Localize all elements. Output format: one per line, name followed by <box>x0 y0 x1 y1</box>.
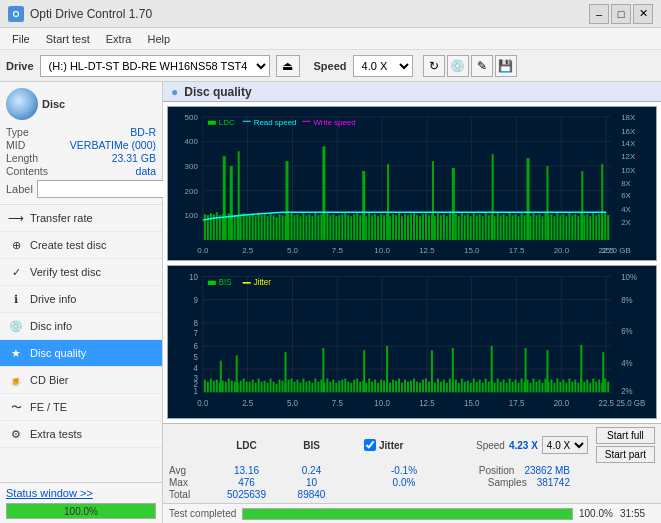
cd-bier-icon: 🍺 <box>8 372 24 388</box>
jitter-checkbox[interactable] <box>364 439 376 451</box>
svg-text:5: 5 <box>193 352 198 361</box>
nav-transfer-rate[interactable]: ⟶ Transfer rate <box>0 205 162 232</box>
disc-icon[interactable]: 💿 <box>447 55 469 77</box>
svg-rect-103 <box>371 215 373 240</box>
eject-button[interactable]: ⏏ <box>276 55 300 77</box>
svg-rect-101 <box>365 216 367 240</box>
drive-select[interactable]: (H:) HL-DT-ST BD-RE WH16NS58 TST4 <box>40 55 270 77</box>
contents-label: Contents <box>6 165 48 177</box>
svg-rect-297 <box>392 379 394 392</box>
disc-quality-icon: ★ <box>8 345 24 361</box>
svg-rect-272 <box>320 379 322 392</box>
label-row: Label ✎ <box>6 180 156 198</box>
speed-stat-select[interactable]: 4.0 X <box>542 436 588 454</box>
svg-text:4: 4 <box>193 363 198 372</box>
svg-text:2.5: 2.5 <box>242 246 254 255</box>
svg-rect-97 <box>353 214 355 240</box>
svg-rect-286 <box>359 381 361 392</box>
max-ldc: 476 <box>214 477 279 488</box>
max-label: Max <box>169 477 214 488</box>
svg-rect-369 <box>586 379 588 392</box>
svg-rect-183 <box>589 216 591 240</box>
nav-fe-te[interactable]: 〜 FE / TE <box>0 394 162 421</box>
save-icon[interactable]: 💾 <box>495 55 517 77</box>
maximize-button[interactable]: □ <box>611 4 631 24</box>
start-full-button[interactable]: Start full <box>596 427 655 444</box>
svg-text:10.0: 10.0 <box>374 398 390 407</box>
nav-cd-bier[interactable]: 🍺 CD Bier <box>0 367 162 394</box>
label-label: Label <box>6 183 33 195</box>
svg-rect-348 <box>530 382 532 391</box>
svg-rect-315 <box>431 350 433 392</box>
position-value: 23862 MB <box>524 465 570 476</box>
svg-rect-306 <box>413 378 415 392</box>
svg-rect-371 <box>592 378 594 392</box>
refresh-icon[interactable]: ↻ <box>423 55 445 77</box>
svg-rect-65 <box>264 214 266 240</box>
svg-rect-358 <box>556 378 558 392</box>
nav-extra-tests[interactable]: ⚙ Extra tests <box>0 421 162 448</box>
close-button[interactable]: ✕ <box>633 4 653 24</box>
svg-text:Jitter: Jitter <box>254 277 272 286</box>
nav-drive-info[interactable]: ℹ Drive info <box>0 286 162 313</box>
svg-rect-141 <box>473 213 475 240</box>
length-label: Length <box>6 152 48 164</box>
nav-disc-info[interactable]: 💿 Disc info <box>0 313 162 340</box>
svg-rect-230 <box>204 379 206 392</box>
panel-title: Disc quality <box>184 85 251 99</box>
label-input[interactable] <box>37 180 170 198</box>
svg-text:2X: 2X <box>621 218 631 227</box>
svg-rect-250 <box>258 378 260 392</box>
svg-rect-284 <box>353 379 355 392</box>
svg-rect-299 <box>386 345 388 391</box>
svg-rect-42 <box>204 214 206 240</box>
svg-rect-266 <box>302 378 304 392</box>
write-icon[interactable]: ✎ <box>471 55 493 77</box>
svg-text:8%: 8% <box>621 295 633 304</box>
svg-rect-277 <box>335 382 337 391</box>
svg-rect-169 <box>553 216 555 240</box>
svg-rect-322 <box>458 382 460 391</box>
avg-label: Avg <box>169 465 214 476</box>
svg-rect-270 <box>314 378 316 392</box>
svg-rect-119 <box>413 213 415 240</box>
svg-text:18X: 18X <box>621 113 636 122</box>
transfer-rate-icon: ⟶ <box>8 210 24 226</box>
svg-text:4X: 4X <box>621 205 631 214</box>
sidebar: Disc Type BD-R MID VERBATIMe (000) Lengt… <box>0 82 163 523</box>
svg-rect-308 <box>419 382 421 391</box>
svg-rect-377 <box>580 344 582 391</box>
svg-rect-185 <box>595 215 597 240</box>
nav-create-test-disc[interactable]: ⊕ Create test disc <box>0 232 162 259</box>
svg-text:22.5: 22.5 <box>598 398 614 407</box>
speed-select[interactable]: 4.0 X <box>353 55 413 77</box>
svg-rect-44 <box>210 213 212 240</box>
menu-file[interactable]: File <box>4 31 38 47</box>
menu-start-test[interactable]: Start test <box>38 31 98 47</box>
status-window-link[interactable]: Status window >> <box>6 487 93 499</box>
svg-rect-357 <box>553 382 555 391</box>
svg-rect-177 <box>571 215 573 240</box>
menu-help[interactable]: Help <box>139 31 178 47</box>
svg-rect-340 <box>506 382 508 391</box>
nav-verify-test-disc-label: Verify test disc <box>30 266 101 278</box>
svg-rect-362 <box>568 378 570 392</box>
nav-disc-quality[interactable]: ★ Disc quality <box>0 340 162 367</box>
menu-extra[interactable]: Extra <box>98 31 140 47</box>
svg-rect-265 <box>299 382 301 391</box>
svg-text:15.0: 15.0 <box>464 246 480 255</box>
svg-rect-153 <box>509 213 511 240</box>
svg-rect-131 <box>449 213 451 240</box>
svg-rect-87 <box>326 213 328 240</box>
nav-items: ⟶ Transfer rate ⊕ Create test disc ✓ Ver… <box>0 205 162 482</box>
svg-rect-329 <box>476 381 478 392</box>
start-part-button[interactable]: Start part <box>596 446 655 463</box>
jitter-header: Jitter <box>379 440 403 451</box>
svg-rect-80 <box>305 215 307 240</box>
nav-verify-test-disc[interactable]: ✓ Verify test disc <box>0 259 162 286</box>
svg-rect-84 <box>317 215 319 240</box>
svg-rect-263 <box>293 381 295 392</box>
minimize-button[interactable]: – <box>589 4 609 24</box>
svg-rect-243 <box>243 378 245 392</box>
svg-text:5.0: 5.0 <box>287 246 299 255</box>
